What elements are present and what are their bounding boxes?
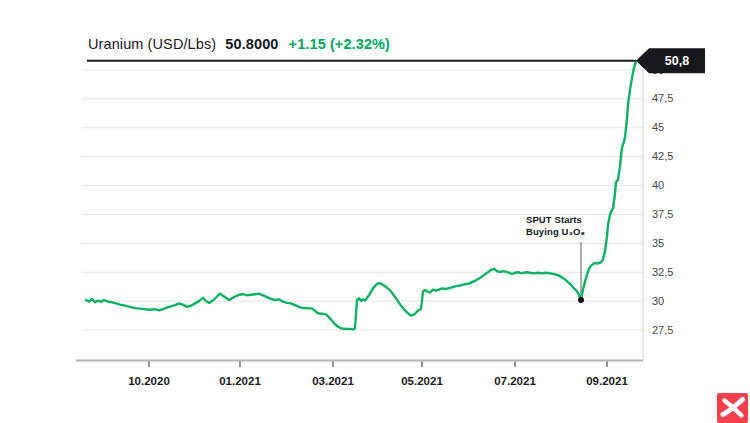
- x-axis-label: 01.2021: [219, 375, 261, 387]
- y-axis-label: 42,5: [652, 150, 673, 162]
- provider-logo: [717, 393, 748, 423]
- x-axis-label: 09.2021: [586, 375, 628, 387]
- y-axis-label: 37,5: [652, 208, 673, 220]
- annotation-line1: SPUT Starts: [526, 214, 585, 226]
- x-axis-label: 05.2021: [401, 375, 443, 387]
- x-axis-label: 07.2021: [494, 375, 536, 387]
- x-swoosh-icon: [717, 393, 748, 423]
- y-axis-label: 35: [652, 237, 664, 249]
- price-chart-canvas[interactable]: 5047,54542,54037,53532,53027,510.202001.…: [0, 0, 750, 423]
- uranium-price-chart-widget: Uranium (USD/Lbs) 50.8000 +1.15 (+2.32%)…: [0, 0, 750, 423]
- annotation-line2: Buying U₃O₈: [526, 226, 585, 238]
- event-marker-dot: [578, 297, 584, 303]
- current-price-tag-label: 50,8: [665, 54, 689, 68]
- y-axis-label: 30: [652, 295, 664, 307]
- event-annotation: SPUT Starts Buying U₃O₈: [526, 214, 585, 237]
- x-axis-label: 03.2021: [312, 375, 354, 387]
- y-axis-label: 45: [652, 121, 664, 133]
- y-axis-label: 32,5: [652, 266, 673, 278]
- y-axis-label: 40: [652, 179, 664, 191]
- y-axis-label: 47,5: [652, 92, 673, 104]
- y-axis-label: 27,5: [652, 324, 673, 336]
- price-line-series: [86, 61, 636, 329]
- x-axis-label: 10.2020: [128, 375, 170, 387]
